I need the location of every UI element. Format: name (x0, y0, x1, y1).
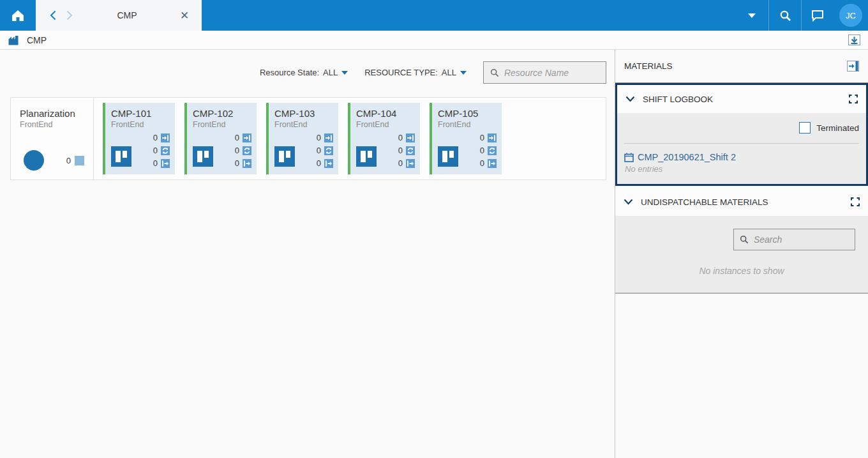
processing-icon (243, 146, 251, 155)
shift-logbook-section: SHIFT LOGBOOK Terminated CMP_201 (615, 83, 868, 186)
resource-type-label: RESOURCE TYPE: (364, 68, 438, 77)
equipment-icon (193, 146, 213, 167)
resource-name: CMP-105 (438, 108, 497, 119)
tab-cmp[interactable]: CMP ✕ (36, 0, 202, 31)
resource-group-card[interactable]: Planarization FrontEnd 0 (11, 98, 94, 179)
caret-down-icon (341, 71, 348, 75)
resource-area: FrontEnd (193, 120, 251, 129)
chevron-down-icon (624, 199, 633, 205)
resource-name: CMP-102 (193, 108, 251, 119)
resource-card-cmp-102[interactable]: CMP-102 FrontEnd 0 0 0 (184, 103, 257, 174)
group-area: FrontEnd (20, 120, 84, 129)
logbook-entry-status: No entries (625, 164, 859, 174)
undispatchable-title: UNDISPATCHABLE MATERIALS (641, 197, 768, 207)
expand-undispatchable-button[interactable] (851, 197, 860, 206)
empty-state-text: No instances to show (628, 266, 855, 276)
search-icon (779, 10, 791, 22)
messages-button[interactable] (802, 0, 834, 31)
resource-name: CMP-103 (274, 108, 333, 119)
resource-card-cmp-103[interactable]: CMP-103 FrontEnd 0 0 0 (266, 103, 338, 174)
search-button[interactable] (769, 0, 801, 31)
arrow-out-icon (243, 159, 251, 168)
calendar-icon (624, 153, 634, 162)
count-out: 0 (480, 158, 484, 168)
sidebar-title: MATERIALS (624, 61, 673, 71)
shift-logbook-header[interactable]: SHIFT LOGBOOK (617, 85, 866, 113)
count-in: 0 (480, 133, 484, 142)
top-bar: CMP ✕ JC (0, 0, 868, 31)
terminated-checkbox[interactable] (799, 122, 811, 134)
materials-search[interactable] (733, 229, 855, 250)
resource-card-cmp-101[interactable]: CMP-101 FrontEnd 0 0 0 (103, 103, 175, 174)
arrow-in-icon (243, 134, 251, 142)
count-processing: 0 (398, 146, 403, 155)
home-icon (11, 9, 25, 22)
resource-type-value: ALL (442, 68, 456, 77)
fullscreen-icon (851, 197, 860, 206)
shift-logbook-title: SHIFT LOGBOOK (643, 95, 713, 104)
divider (624, 143, 859, 144)
machine-cards-row: CMP-101 FrontEnd 0 0 0 CMP-102 FrontEnd (94, 98, 606, 179)
arrow-down-to-bar-icon (851, 36, 858, 44)
count-out: 0 (398, 158, 403, 168)
processing-icon (406, 146, 415, 155)
chevron-down-icon (625, 96, 635, 102)
resource-state-label: Resource State: (260, 68, 319, 77)
group-status-dot (24, 150, 44, 171)
forward-button[interactable] (61, 10, 78, 20)
count-in: 0 (398, 133, 403, 142)
undispatchable-header[interactable]: UNDISPATCHABLE MATERIALS (615, 188, 868, 216)
resource-area: FrontEnd (111, 120, 170, 129)
resource-area: FrontEnd (356, 120, 415, 129)
back-button[interactable] (45, 10, 61, 20)
arrow-out-icon (488, 159, 497, 168)
filters-bar: Resource State: ALL RESOURCE TYPE: ALL (0, 61, 606, 84)
arrow-in-icon (324, 134, 333, 142)
open-panel-button[interactable] (847, 61, 859, 72)
logbook-entry-link[interactable]: CMP_20190621_Shift 2 (638, 152, 736, 162)
resource-card-cmp-105[interactable]: CMP-105 FrontEnd 0 0 0 (430, 103, 502, 174)
arrow-in-icon (488, 134, 497, 142)
avatar[interactable]: JC (839, 4, 862, 27)
expand-logbook-button[interactable] (849, 95, 858, 103)
processing-icon (161, 146, 170, 155)
materials-sidebar: MATERIALS SHIFT LOGBOOK Termina (615, 50, 868, 458)
count-processing: 0 (235, 146, 239, 155)
group-name: Planarization (20, 108, 84, 119)
resource-area: FrontEnd (438, 120, 497, 129)
equipment-icon (274, 146, 295, 167)
resource-state-filter[interactable]: Resource State: ALL (260, 68, 348, 77)
arrow-in-icon (406, 134, 415, 142)
count-processing: 0 (480, 146, 484, 155)
resource-name-input[interactable] (504, 68, 599, 78)
home-button[interactable] (0, 0, 36, 31)
resource-name: CMP-101 (111, 108, 170, 119)
equipment-icon (356, 146, 377, 167)
count-in: 0 (317, 133, 321, 142)
tab-title: CMP (78, 10, 176, 20)
search-icon (490, 68, 499, 78)
more-menu-button[interactable] (735, 0, 768, 31)
tab-close-button[interactable]: ✕ (176, 9, 193, 22)
equipment-icon (111, 146, 131, 167)
resources-panel: Planarization FrontEnd 0 CMP-101 FrontEn… (10, 97, 606, 180)
resource-name-search[interactable] (483, 61, 606, 84)
caret-down-icon (460, 71, 467, 75)
equipment-icon (438, 146, 458, 167)
group-count-value: 0 (66, 156, 71, 165)
logbook-entry[interactable]: CMP_20190621_Shift 2 (624, 152, 859, 162)
terminated-label: Terminated (816, 123, 859, 133)
collapse-panel-button[interactable] (848, 34, 860, 45)
materials-search-input[interactable] (754, 234, 849, 245)
breadcrumb[interactable]: CMP (27, 35, 47, 45)
chevron-left-icon (50, 10, 56, 20)
user-menu[interactable]: JC (834, 0, 868, 31)
processing-icon (324, 146, 333, 155)
count-processing: 0 (317, 146, 321, 155)
processing-icon (488, 146, 497, 155)
resource-name: CMP-104 (356, 108, 415, 119)
count-out: 0 (235, 158, 239, 168)
resource-card-cmp-104[interactable]: CMP-104 FrontEnd 0 0 0 (348, 103, 420, 174)
chevron-right-icon (66, 10, 73, 20)
resource-type-filter[interactable]: RESOURCE TYPE: ALL (364, 68, 467, 77)
